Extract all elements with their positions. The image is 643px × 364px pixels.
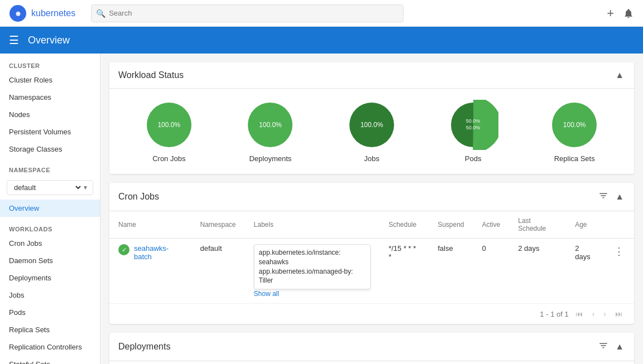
cron-job-more-button[interactable]: ⋮: [613, 244, 625, 259]
chart-replica-sets-label: Replica Sets: [554, 154, 595, 163]
workload-status-collapse-button[interactable]: ▲: [614, 69, 625, 81]
search-input[interactable]: [109, 9, 399, 17]
workload-status-title: Workload Status: [118, 70, 184, 80]
label-managed-by: app.kubernetes.io/managed-by: Tiller: [259, 267, 366, 286]
dep-col-namespace: Namespace: [220, 361, 273, 364]
namespace-dropdown[interactable]: default kube-system All Namespaces: [12, 183, 83, 192]
topbar-actions: +: [607, 6, 634, 21]
status-ok-icon: ✓: [118, 244, 129, 255]
pie-cron-jobs-label: 100.0%: [157, 121, 180, 129]
deployments-table: Name Namespace Labels Pods Age↑ Images: [109, 361, 634, 364]
chart-cron-jobs: 100.0% Cron Jobs: [144, 100, 194, 163]
cron-job-namespace-cell: default: [191, 239, 245, 304]
pie-deployments-label: 100.0%: [259, 121, 282, 129]
col-last-schedule: Last Schedule: [509, 211, 566, 239]
pagination-prev-button[interactable]: ‹: [590, 308, 597, 319]
sidebar-item-replica-sets[interactable]: Replica Sets: [0, 321, 100, 338]
dep-col-name: Name: [109, 361, 220, 364]
workload-status-header: Workload Status ▲: [109, 62, 634, 89]
chart-pods-label: Pods: [465, 154, 482, 163]
cron-jobs-header-row: Name Namespace Labels Schedule Suspend A…: [109, 211, 634, 239]
pie-jobs-label: 100.0%: [361, 121, 383, 129]
col-age: Age: [566, 211, 604, 239]
deployments-collapse-button[interactable]: ▲: [614, 341, 625, 353]
chart-deployments: 100.0% Deployments: [245, 100, 295, 163]
app-name: kubernetes: [31, 8, 75, 18]
chart-replica-sets: 100.0% Replica Sets: [549, 100, 599, 163]
cron-jobs-header: Cron Jobs ▲: [109, 183, 634, 211]
cron-job-age-cell: 2 days: [566, 239, 604, 304]
cron-job-name-cell: ✓ seahawks-batch: [109, 239, 191, 304]
notification-button[interactable]: [623, 8, 634, 19]
layout: Cluster Cluster Roles Namespaces Nodes P…: [0, 54, 643, 364]
namespace-selector[interactable]: default kube-system All Namespaces ▼: [7, 180, 93, 195]
filter-icon: [598, 191, 608, 201]
sidebar-item-persistent-volumes[interactable]: Persistent Volumes: [0, 123, 100, 140]
pagination-first-button[interactable]: ⏮: [573, 308, 586, 319]
col-namespace: Namespace: [191, 211, 245, 239]
cron-jobs-pagination: 1 - 1 of 1 ⏮ ‹ › ⏭: [109, 303, 634, 324]
sidebar-item-cluster-roles[interactable]: Cluster Roles: [0, 71, 100, 89]
sidebar-item-pods[interactable]: Pods: [0, 304, 100, 321]
pagination-info: 1 - 1 of 1: [540, 310, 568, 318]
sidebar-item-overview[interactable]: Overview: [0, 200, 100, 217]
kubernetes-logo-icon: ⎈: [9, 4, 27, 22]
deployments-header-row: Name Namespace Labels Pods Age↑ Images: [109, 361, 634, 364]
workload-status-actions: ▲: [614, 69, 625, 81]
cron-job-show-all-link[interactable]: Show all: [254, 290, 279, 298]
pie-cron-jobs: 100.0%: [144, 100, 194, 150]
sidebar-item-cron-jobs[interactable]: Cron Jobs: [0, 235, 100, 252]
topbar: ⎈ kubernetes 🔍 +: [0, 0, 643, 27]
deployments-section: Deployments ▲ Name Namespace Labels: [109, 333, 634, 364]
deployments-table-container: Name Namespace Labels Pods Age↑ Images: [109, 361, 634, 364]
svg-text:⎈: ⎈: [16, 9, 21, 18]
cron-jobs-actions: ▲: [597, 190, 625, 204]
col-active: Active: [473, 211, 510, 239]
pie-jobs: 100.0%: [347, 100, 397, 150]
pagination-last-button[interactable]: ⏭: [613, 308, 625, 319]
cron-job-suspend-cell: false: [429, 239, 473, 304]
pie-pods: 50.0% 50.0%: [448, 100, 498, 150]
pagination-next-button[interactable]: ›: [601, 308, 608, 319]
deployments-actions: ▲: [597, 339, 625, 354]
pie-replica-sets-label: 100.0%: [563, 121, 586, 129]
sidebar-item-stateful-sets[interactable]: Stateful Sets: [0, 356, 100, 364]
sidebar-item-deployments[interactable]: Deployments: [0, 269, 100, 287]
cron-jobs-title: Cron Jobs: [118, 192, 159, 202]
nav-title: Overview: [28, 35, 70, 46]
sidebar: Cluster Cluster Roles Namespaces Nodes P…: [0, 54, 100, 364]
deployments-title: Deployments: [118, 342, 170, 352]
namespace-section-title: Namespace: [0, 158, 100, 176]
cron-job-schedule-cell: */15 * * * *: [380, 239, 429, 304]
col-actions: [604, 211, 634, 239]
cluster-section-title: Cluster: [0, 54, 100, 71]
dep-col-age: Age↑: [432, 361, 470, 364]
cron-job-name-link[interactable]: seahawks-batch: [134, 244, 183, 261]
sidebar-item-jobs[interactable]: Jobs: [0, 287, 100, 304]
filter-icon: [598, 341, 608, 351]
chart-deployments-label: Deployments: [249, 154, 291, 163]
chart-pods: 50.0% 50.0% Pods: [448, 100, 498, 163]
cron-jobs-collapse-button[interactable]: ▲: [614, 191, 625, 203]
chart-jobs-label: Jobs: [364, 154, 379, 163]
logo-area: ⎈ kubernetes: [9, 4, 75, 22]
menu-toggle-button[interactable]: ☰: [9, 33, 19, 47]
dep-col-pods: Pods: [399, 361, 432, 364]
deployments-filter-button[interactable]: [597, 339, 610, 354]
charts-container: 100.0% Cron Jobs 100.0% Deployments: [109, 89, 634, 174]
add-button[interactable]: +: [607, 6, 614, 21]
sidebar-item-storage-classes[interactable]: Storage Classes: [0, 140, 100, 158]
sidebar-item-namespaces[interactable]: Namespaces: [0, 89, 100, 106]
deployments-header: Deployments ▲: [109, 333, 634, 361]
cron-jobs-table-container: Name Namespace Labels Schedule Suspend A…: [109, 211, 634, 303]
cron-jobs-filter-button[interactable]: [597, 190, 610, 204]
workload-status-section: Workload Status ▲ 100.0% Cron Jobs: [109, 62, 634, 174]
label-instance: app.kubernetes.io/instance: seahawks: [259, 248, 366, 267]
search-bar[interactable]: 🔍: [91, 4, 404, 22]
cron-job-menu-cell: ⋮: [604, 239, 634, 304]
cron-job-labels-cell: app.kubernetes.io/instance: seahawks app…: [245, 239, 380, 304]
sidebar-item-daemon-sets[interactable]: Daemon Sets: [0, 252, 100, 269]
pie-pods-label: 50.0% 50.0%: [466, 118, 481, 131]
sidebar-item-replication-controllers[interactable]: Replication Controllers: [0, 338, 100, 356]
sidebar-item-nodes[interactable]: Nodes: [0, 106, 100, 123]
